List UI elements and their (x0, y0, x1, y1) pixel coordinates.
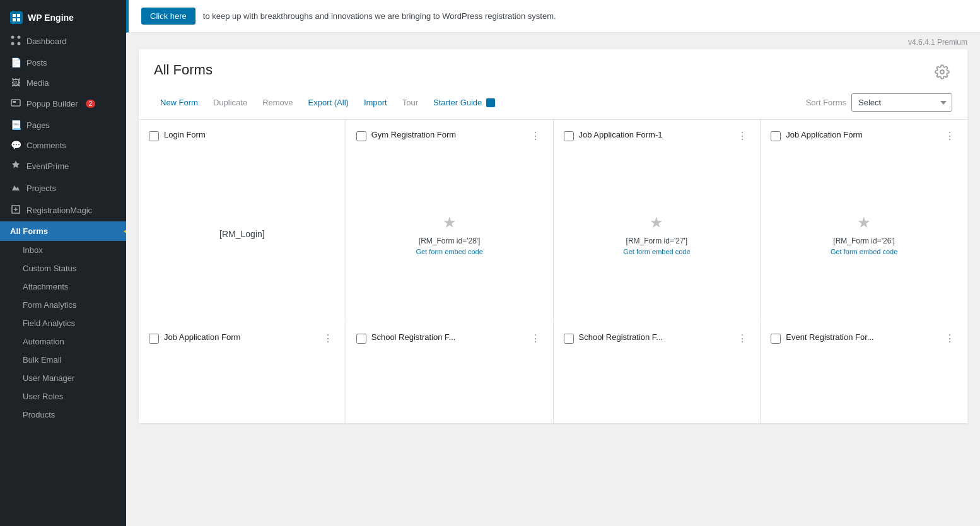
sidebar-item-comments[interactable]: 💬 Comments (0, 135, 126, 155)
sidebar-sub-item-field-analytics[interactable]: Field Analytics (0, 314, 126, 332)
form-card-gym: Gym Registration Form ⋮ ★ [RM_Form id='2… (346, 120, 553, 322)
sidebar-sub-item-user-manager[interactable]: User Manager (0, 369, 126, 387)
sidebar-sub-item-products[interactable]: Products (0, 406, 126, 424)
form-card-job2-body: ★ [RM_Form id='26'] Get form embed code (761, 148, 967, 322)
form-card-job2-menu-button[interactable]: ⋮ (942, 130, 957, 143)
export-button[interactable]: Export (All) (302, 94, 355, 111)
pages-label: Pages (26, 120, 50, 130)
sidebar-item-media[interactable]: 🖼 Media (0, 73, 126, 93)
sort-label: Sort Forms (806, 98, 846, 107)
sidebar-sub-item-inbox[interactable]: Inbox (0, 241, 126, 259)
form-card-job3-checkbox[interactable] (149, 334, 159, 344)
sidebar-item-pages[interactable]: 📃 Pages (0, 115, 126, 135)
registrationmagic-label: RegistrationMagic (26, 206, 92, 215)
sidebar-sub-item-bulk-email[interactable]: Bulk Email (0, 351, 126, 369)
form-card-login-checkbox[interactable] (149, 131, 159, 141)
form-card-school2-checkbox[interactable] (564, 334, 574, 344)
form-card-job3-header: Job Application Form ⋮ (139, 322, 346, 350)
arrow-annotation (124, 221, 126, 242)
version-text: v4.6.4.1 Premium (908, 38, 967, 47)
starter-guide-icon (486, 98, 495, 107)
svg-rect-3 (17, 18, 20, 21)
sidebar-sub-item-automation[interactable]: Automation (0, 332, 126, 351)
form-card-job3-name: Job Application Form (164, 332, 315, 342)
pages-icon: 📃 (10, 120, 21, 130)
form-card-gym-name: Gym Registration Form (371, 130, 523, 139)
form-card-school1-name: School Registration F... (371, 332, 523, 342)
attachments-label: Attachments (23, 282, 68, 291)
inbox-label: Inbox (23, 245, 43, 255)
svg-rect-9 (13, 101, 16, 103)
form-card-event-menu-button[interactable]: ⋮ (942, 332, 957, 345)
sidebar-sub-item-attachments[interactable]: Attachments (0, 278, 126, 296)
sidebar-brand[interactable]: WP Engine (0, 5, 126, 30)
products-label: Products (23, 410, 55, 419)
form-card-school1-menu-button[interactable]: ⋮ (528, 332, 543, 345)
sidebar-item-popup-builder[interactable]: Popup Builder 2 (0, 93, 126, 115)
job2-star-icon: ★ (857, 214, 871, 231)
form-card-job1-checkbox[interactable] (564, 131, 574, 141)
sidebar-sub-item-form-analytics[interactable]: Form Analytics (0, 296, 126, 314)
custom-status-label: Custom Status (23, 264, 76, 273)
svg-rect-0 (13, 14, 16, 17)
form-card-gym-checkbox[interactable] (356, 131, 366, 141)
job1-embed-link[interactable]: Get form embed code (623, 248, 690, 255)
tour-button[interactable]: Tour (396, 94, 424, 111)
svg-rect-2 (13, 18, 16, 21)
svg-point-10 (940, 70, 944, 74)
form-card-job2-name: Job Application Form (786, 130, 937, 139)
gym-embed-shortcode: [RM_Form id='28'] (419, 237, 481, 245)
sidebar-item-projects[interactable]: Projects (0, 177, 126, 199)
sidebar-item-eventprime[interactable]: EventPrime (0, 155, 126, 177)
login-shortcode: [RM_Login] (219, 229, 265, 239)
remove-button[interactable]: Remove (256, 94, 299, 111)
sidebar-item-registrationmagic[interactable]: RegistrationMagic (0, 199, 126, 221)
form-card-login-header: Login Form (139, 120, 346, 146)
user-roles-label: User Roles (23, 392, 63, 401)
form-card-event-name: Event Registration For... (786, 332, 937, 342)
job2-embed-link[interactable]: Get form embed code (831, 248, 897, 255)
dashboard-icon (10, 35, 21, 47)
page-title: All Forms (154, 62, 213, 78)
svg-point-4 (11, 36, 15, 39)
sidebar-sub-item-custom-status[interactable]: Custom Status (0, 259, 126, 278)
form-card-job2-header: Job Application Form ⋮ (761, 120, 967, 148)
form-card-school2: School Registration F... ⋮ (554, 322, 761, 423)
form-card-school2-header: School Registration F... ⋮ (554, 322, 761, 350)
form-card-job1: Job Application Form-1 ⋮ ★ [RM_Form id='… (554, 120, 761, 322)
form-card-gym-menu-button[interactable]: ⋮ (528, 130, 543, 143)
gym-embed-link[interactable]: Get form embed code (416, 248, 482, 255)
new-form-button[interactable]: New Form (154, 94, 204, 111)
automation-label: Automation (23, 337, 64, 346)
sidebar-item-posts[interactable]: 📄 Posts (0, 52, 126, 73)
arrow-head (124, 221, 126, 242)
notice-text: to keep up with breakthroughs and innova… (203, 11, 556, 21)
sidebar-sub-item-user-roles[interactable]: User Roles (0, 387, 126, 406)
form-card-school2-menu-button[interactable]: ⋮ (735, 332, 750, 345)
form-card-job1-menu-button[interactable]: ⋮ (735, 130, 750, 143)
popup-builder-badge: 2 (86, 100, 96, 108)
main-content: Click here to keep up with breakthroughs… (126, 0, 980, 526)
sort-select[interactable]: Select Name A-Z Name Z-A Newest First Ol… (851, 93, 952, 112)
sidebar-item-dashboard[interactable]: Dashboard (0, 30, 126, 52)
form-card-job3-menu-button[interactable]: ⋮ (320, 332, 335, 345)
form-card-job1-header: Job Application Form-1 ⋮ (554, 120, 761, 148)
form-card-job2-checkbox[interactable] (771, 131, 781, 141)
form-card-event-checkbox[interactable] (771, 334, 781, 344)
duplicate-button[interactable]: Duplicate (207, 94, 254, 111)
sidebar-sub-item-all-forms[interactable]: All Forms (0, 221, 126, 241)
starter-guide-button[interactable]: Starter Guide (427, 94, 501, 112)
form-card-job2: Job Application Form ⋮ ★ [RM_Form id='26… (761, 120, 967, 322)
forms-toolbar: New Form Duplicate Remove Export (All) I… (139, 86, 967, 120)
form-card-job3: Job Application Form ⋮ (139, 322, 346, 423)
settings-button[interactable] (932, 62, 952, 86)
form-card-login: Login Form [RM_Login] (139, 120, 346, 322)
svg-point-6 (11, 42, 15, 45)
form-card-gym-body: ★ [RM_Form id='28'] Get form embed code (346, 148, 553, 322)
import-button[interactable]: Import (358, 94, 394, 111)
job1-embed-shortcode: [RM_Form id='27'] (626, 237, 688, 245)
projects-label: Projects (26, 184, 56, 193)
form-card-school1-checkbox[interactable] (356, 334, 366, 344)
click-here-button[interactable]: Click here (141, 8, 195, 25)
user-manager-label: User Manager (23, 373, 74, 383)
